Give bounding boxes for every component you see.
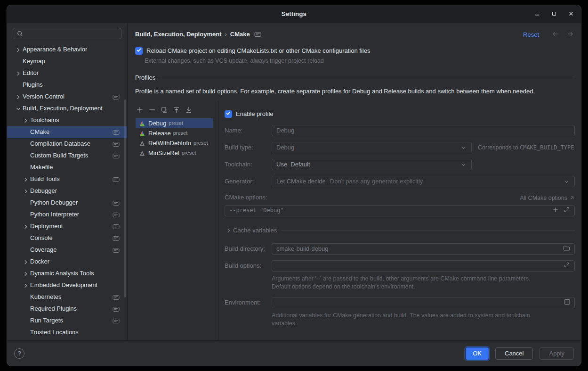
build-type-row: Build type: Debug Corresponds to CMAKE_B… (225, 142, 575, 153)
close-button[interactable] (565, 8, 577, 20)
build-type-select[interactable]: Debug (272, 142, 472, 153)
sidebar-item-custom-build-targets[interactable]: Custom Build Targets (7, 150, 127, 162)
sidebar-item-docker[interactable]: Docker (7, 256, 127, 268)
history-nav (551, 30, 575, 39)
sidebar-item-editor[interactable]: Editor (7, 67, 127, 79)
profile-preset-tag: preset (182, 150, 196, 157)
environment-field[interactable] (272, 297, 575, 308)
add-option-button[interactable] (552, 206, 559, 214)
build-options-row: Build options: (225, 260, 575, 272)
copy-profile-button[interactable] (160, 106, 168, 114)
chevron-right-icon[interactable] (22, 270, 30, 278)
all-cmake-options-link[interactable]: All CMake options (520, 195, 575, 201)
sidebar-item-embedded-development[interactable]: Embedded Development (7, 280, 127, 291)
chevron-right-icon[interactable] (14, 93, 23, 101)
chevron-right-icon[interactable] (22, 117, 30, 124)
breadcrumb-parent[interactable]: Build, Execution, Deployment (135, 31, 221, 38)
profile-item-relwithdebinfo[interactable]: RelWithDebInfopreset (136, 138, 213, 148)
ok-button[interactable]: OK (466, 347, 489, 360)
build-directory-field[interactable]: cmake-build-debug (272, 243, 575, 255)
sidebar-item-label: Kubernetes (30, 293, 62, 301)
reload-cmake-label: Reload CMake project on editing CMakeLis… (146, 47, 370, 55)
sidebar-item-coverage[interactable]: Coverage (7, 244, 127, 256)
cmake-options-field[interactable]: --preset "Debug" (225, 205, 575, 216)
chevron-right-icon[interactable] (14, 46, 23, 54)
sidebar-item-label: Run Targets (30, 317, 63, 324)
add-profile-button[interactable] (136, 106, 144, 114)
sidebar-item-kubernetes[interactable]: Kubernetes (7, 291, 127, 303)
expand-editor-button[interactable] (564, 262, 570, 270)
sidebar-item-appearance-behavior[interactable]: Appearance & Behavior (7, 44, 127, 56)
minimize-button[interactable] (531, 8, 543, 20)
sidebar-item-console[interactable]: Console (7, 232, 127, 244)
sidebar-item-label: Required Plugins (30, 305, 77, 313)
edit-variables-button[interactable] (564, 299, 570, 306)
sidebar-item-compilation-database[interactable]: Compilation Database (7, 138, 127, 150)
sidebar-item-python-debugger[interactable]: Python Debugger (7, 197, 127, 209)
sidebar-item-required-plugins[interactable]: Required Plugins (7, 303, 127, 315)
cancel-button[interactable]: Cancel (495, 347, 533, 360)
sidebar-item-cmake[interactable]: CMake (7, 126, 127, 138)
profile-item-release[interactable]: Releasepreset (136, 128, 213, 138)
chevron-right-icon[interactable] (22, 282, 30, 289)
sidebar-item-label: CMake (30, 128, 49, 136)
cmake-options-label: CMake options: (225, 194, 272, 201)
settings-tree: Appearance & BehaviorKeymapEditorPlugins… (7, 44, 127, 340)
profile-item-debug[interactable]: Debugpreset (136, 118, 213, 128)
cache-variables-row[interactable]: Cache variables (225, 227, 575, 234)
project-settings-icon (113, 94, 120, 100)
build-directory-value: cmake-build-debug (276, 245, 329, 253)
forward-button[interactable] (566, 30, 575, 39)
enable-profile-checkbox[interactable] (225, 110, 232, 118)
sidebar-item-build-tools[interactable]: Build Tools (7, 173, 127, 185)
reload-cmake-checkbox[interactable] (135, 47, 143, 55)
sidebar-item-trusted-locations[interactable]: Trusted Locations (7, 327, 127, 338)
sidebar-item-makefile[interactable]: Makefile (7, 162, 127, 173)
search-box[interactable] (13, 28, 121, 39)
minimize-icon (534, 11, 540, 18)
expand-editor-button[interactable] (564, 206, 570, 214)
chevron-right-icon[interactable] (14, 70, 23, 77)
remove-profile-button[interactable] (148, 106, 156, 114)
build-options-field[interactable] (272, 260, 575, 272)
build-type-label: Build type: (225, 144, 272, 151)
sidebar-item-dynamic-analysis-tools[interactable]: Dynamic Analysis Tools (7, 268, 127, 280)
chevron-right-icon[interactable] (22, 188, 30, 195)
chevron-placeholder (22, 305, 30, 313)
chevron-right-icon[interactable] (22, 223, 30, 231)
browse-folder-button[interactable] (563, 245, 570, 253)
name-field[interactable]: Debug (272, 125, 575, 136)
chevron-placeholder (22, 235, 30, 242)
search-input[interactable] (26, 30, 118, 37)
breadcrumb-current: CMake (230, 31, 250, 38)
sidebar-item-run-targets[interactable]: Run Targets (7, 315, 127, 327)
search-icon (16, 30, 24, 37)
move-down-profile-button[interactable] (185, 106, 193, 114)
generator-select[interactable]: Let CMake decide Don't pass any generato… (272, 176, 575, 187)
toolchain-select[interactable]: Use Default (272, 159, 472, 170)
chevron-right-icon[interactable] (22, 176, 30, 183)
footer-buttons: OK Cancel Apply (466, 347, 574, 360)
sidebar-item-keymap[interactable]: Keymap (7, 56, 127, 67)
apply-button[interactable]: Apply (540, 347, 574, 360)
sidebar-item-label: Embedded Development (30, 281, 97, 289)
sidebar-item-python-interpreter[interactable]: Python Interpreter (7, 209, 127, 221)
move-up-profile-button[interactable] (172, 106, 180, 114)
cmake-options-value: --preset "Debug" (229, 207, 284, 214)
chevron-right-icon[interactable] (22, 258, 30, 266)
sidebar-item-label: Python Interpreter (30, 211, 79, 218)
sidebar-scrollbar[interactable] (124, 99, 126, 297)
back-button[interactable] (551, 30, 559, 39)
profile-item-minsizerel[interactable]: MinSizeRelpreset (136, 148, 213, 158)
sidebar-item-debugger[interactable]: Debugger (7, 185, 127, 197)
help-button[interactable]: ? (14, 348, 24, 359)
sidebar-item-toolchains[interactable]: Toolchains (7, 115, 127, 126)
sidebar-item-build-execution-deployment[interactable]: Build, Execution, Deployment (7, 103, 127, 115)
chevron-placeholder (22, 140, 30, 148)
sidebar-item-deployment[interactable]: Deployment (7, 221, 127, 232)
sidebar-item-plugins[interactable]: Plugins (7, 79, 127, 91)
sidebar-item-version-control[interactable]: Version Control (7, 91, 127, 103)
maximize-button[interactable] (548, 8, 560, 20)
reset-button[interactable]: Reset (523, 31, 539, 38)
chevron-down-icon[interactable] (14, 105, 23, 113)
